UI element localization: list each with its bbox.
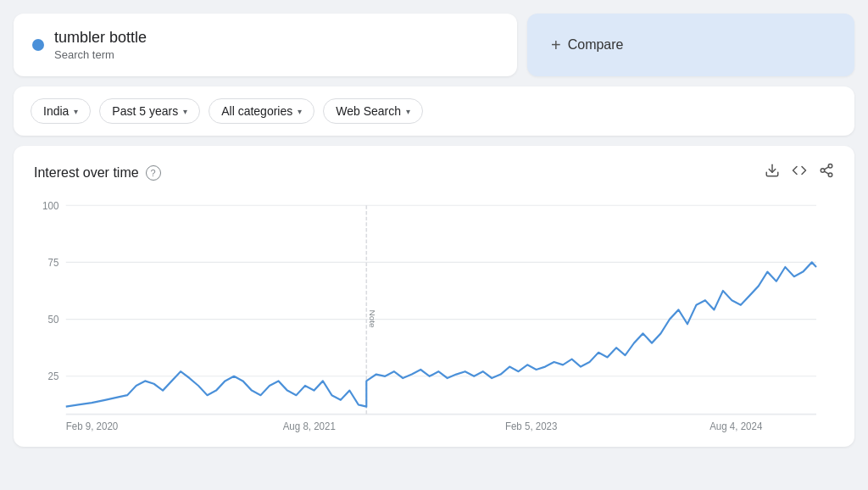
svg-text:Note: Note [368, 309, 377, 327]
chevron-down-icon: ▾ [406, 107, 410, 116]
chart-title: Interest over time [34, 165, 139, 181]
chart-card: Interest over time ? [14, 146, 854, 447]
embed-icon[interactable] [792, 163, 807, 182]
compare-label: Compare [568, 37, 624, 53]
compare-card[interactable]: + Compare [527, 14, 854, 76]
filter-category[interactable]: All categories ▾ [209, 98, 314, 124]
chevron-down-icon: ▾ [183, 107, 187, 116]
trend-chart: 100 75 50 25 Note Feb 9, 2020 Aug 8, 202… [34, 196, 834, 433]
chart-header: Interest over time ? [34, 163, 834, 182]
chart-area: 100 75 50 25 Note Feb 9, 2020 Aug 8, 202… [34, 196, 834, 433]
svg-text:Aug 4, 2024: Aug 4, 2024 [709, 420, 763, 432]
svg-text:Aug 8, 2021: Aug 8, 2021 [283, 420, 337, 432]
svg-line-5 [824, 167, 828, 170]
svg-line-4 [824, 171, 828, 174]
search-info: tumbler bottle Search term [54, 29, 147, 61]
help-icon[interactable]: ? [146, 165, 161, 181]
filter-search-type[interactable]: Web Search ▾ [323, 98, 423, 124]
filter-time-label: Past 5 years [112, 104, 178, 118]
search-type: Search term [54, 48, 147, 61]
filter-category-label: All categories [221, 104, 292, 118]
filters-card: India ▾ Past 5 years ▾ All categories ▾ … [14, 86, 854, 136]
filter-country-label: India [43, 104, 69, 118]
filter-time[interactable]: Past 5 years ▾ [99, 98, 200, 124]
plus-icon: + [551, 36, 561, 55]
chart-title-group: Interest over time ? [34, 165, 161, 181]
search-card: tumbler bottle Search term [14, 14, 517, 76]
svg-text:25: 25 [48, 370, 59, 382]
chart-actions [765, 163, 834, 182]
filter-country[interactable]: India ▾ [31, 98, 91, 124]
search-term: tumbler bottle [54, 29, 147, 47]
search-dot [32, 39, 44, 51]
svg-text:Feb 5, 2023: Feb 5, 2023 [505, 420, 558, 432]
share-icon[interactable] [819, 163, 834, 182]
filter-search-type-label: Web Search [336, 104, 401, 118]
chevron-down-icon: ▾ [74, 107, 78, 116]
download-icon[interactable] [765, 163, 780, 182]
chevron-down-icon: ▾ [298, 107, 302, 116]
svg-text:100: 100 [42, 199, 59, 211]
svg-text:50: 50 [48, 314, 59, 326]
svg-text:75: 75 [48, 257, 59, 269]
svg-text:Feb 9, 2020: Feb 9, 2020 [66, 420, 119, 432]
